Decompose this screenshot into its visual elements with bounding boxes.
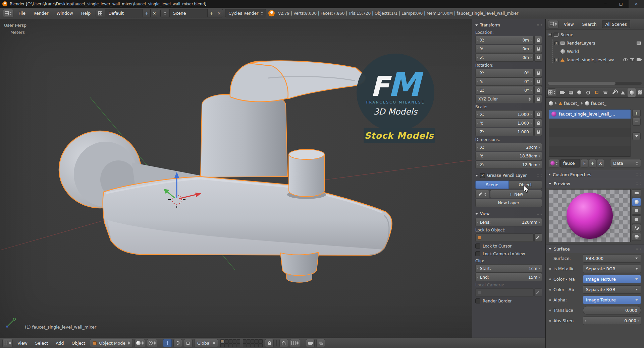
panel-grip-icon[interactable] [636, 248, 641, 251]
preview-cube-button[interactable] [632, 207, 641, 215]
lens-field[interactable]: Lens:120mm [475, 218, 542, 226]
custom-properties-panel-header[interactable]: Custom Properties [546, 170, 644, 179]
scrollbar-thumb[interactable] [548, 82, 615, 85]
color-main-dropdown[interactable]: Image Texture [583, 275, 641, 283]
scene-name[interactable]: Scene [170, 11, 207, 16]
material-slot-row-selected[interactable]: faucet_single_level_wall_... [549, 110, 631, 119]
abs-strength-field[interactable]: 0.000 [583, 317, 641, 325]
remove-material-slot-button[interactable]: − [632, 118, 641, 126]
tab-modifiers[interactable] [610, 88, 618, 97]
lock-location-y-button[interactable] [534, 45, 542, 53]
link-data-dropdown[interactable]: Data [610, 159, 641, 167]
tab-scene[interactable] [575, 88, 583, 97]
outliner-row-object[interactable]: + faucet_single_level_wa [554, 56, 642, 64]
preview-sky-button[interactable] [632, 233, 641, 241]
outliner-row-scene[interactable]: − Scene [548, 30, 642, 39]
render-engine-dropdown[interactable]: Cycles Render [225, 9, 266, 17]
mode-dropdown[interactable]: Object Mode [90, 339, 133, 347]
clip-start-field[interactable]: Start:1cm [475, 264, 542, 273]
lock-location-z-button[interactable] [534, 53, 542, 62]
surface-panel-header[interactable]: Surface [546, 244, 644, 253]
lock-location-x-button[interactable] [534, 36, 542, 44]
rotation-y-field[interactable]: Y:0° [475, 77, 534, 86]
view-panel-header[interactable]: View [475, 210, 542, 218]
selectability-icon[interactable] [630, 58, 634, 61]
preview-flat-button[interactable] [632, 189, 641, 197]
outliner-row-world[interactable]: World [554, 47, 642, 56]
window-menu[interactable]: Window [53, 10, 76, 17]
tab-material[interactable] [628, 88, 636, 97]
renderlayer-toggle-icon[interactable] [637, 42, 641, 45]
fake-user-button[interactable]: F [581, 159, 588, 167]
rotation-mode-dropdown[interactable]: XYZ Euler [475, 95, 534, 103]
tab-object[interactable] [593, 88, 601, 97]
rotation-z-field[interactable]: Z:0° [475, 86, 534, 94]
breadcrumb-mesh[interactable]: faucet_ [559, 101, 579, 106]
close-button[interactable]: × [629, 0, 644, 8]
snap-toggle-button[interactable] [279, 339, 288, 347]
lock-scale-z-button[interactable] [534, 128, 542, 136]
manipulator-scale-toggle[interactable] [184, 339, 193, 347]
outliner-view-menu[interactable]: View [561, 21, 577, 28]
scene-browse-button[interactable] [161, 9, 170, 17]
collapse-expander-icon[interactable]: − [548, 33, 552, 37]
lock-rotation-z-button[interactable] [534, 86, 542, 94]
file-menu[interactable]: File [15, 10, 29, 17]
opengl-render-button[interactable] [306, 339, 315, 347]
grease-new-button[interactable]: +New [490, 190, 542, 198]
opengl-render-animation-button[interactable] [316, 339, 325, 347]
layout-add-button[interactable]: + [143, 9, 150, 17]
lock-to-cursor-row[interactable]: Lock to Cursor [475, 242, 542, 250]
transform-panel-header[interactable]: Transform [475, 21, 542, 29]
alpha-dropdown[interactable]: Image Texture [583, 296, 641, 304]
renderability-camera-icon[interactable] [637, 58, 641, 61]
rotation-x-field[interactable]: X:0° [475, 69, 534, 77]
panel-grip-icon[interactable] [636, 182, 641, 185]
scene-layers-widget[interactable] [220, 339, 263, 347]
outliner-search-menu[interactable]: Search [579, 21, 600, 28]
clip-end-field[interactable]: End:15m [475, 273, 542, 281]
grease-pencil-panel-header[interactable]: Grease Pencil Layer [475, 171, 542, 180]
visibility-eye-icon[interactable] [623, 58, 628, 61]
preview-monkey-button[interactable] [632, 215, 641, 223]
local-camera-eyedropper-button[interactable] [534, 288, 542, 297]
grease-scene-tab[interactable]: Scene [475, 181, 509, 189]
panel-grip-icon[interactable] [636, 173, 641, 176]
lock-to-cursor-checkbox[interactable] [475, 243, 480, 249]
panel-grip-icon[interactable] [537, 24, 542, 27]
render-border-row[interactable]: Render Border [475, 297, 542, 305]
object-menu[interactable]: Object [68, 340, 88, 347]
material-specials-button[interactable] [632, 132, 641, 140]
manipulator-rotate-toggle[interactable] [173, 339, 182, 347]
panel-grip-icon[interactable] [537, 174, 542, 177]
help-menu[interactable]: Help [78, 10, 94, 17]
new-layer-button[interactable]: New Layer [475, 199, 542, 207]
tab-render-layers[interactable] [567, 88, 575, 97]
editor-type-outliner-button[interactable] [548, 20, 558, 28]
lock-scale-y-button[interactable] [534, 119, 542, 127]
layout-browse-button[interactable] [96, 9, 105, 17]
add-material-slot-button[interactable]: + [632, 109, 641, 117]
outliner-row-renderlayers[interactable]: + RenderLayers [554, 39, 642, 47]
tab-constraints[interactable] [601, 88, 609, 97]
lock-to-object-field[interactable] [475, 233, 534, 242]
manipulator-translate-toggle[interactable] [163, 339, 172, 347]
panel-grip-icon[interactable] [537, 212, 542, 215]
lock-camera-checkbox[interactable] [475, 251, 480, 256]
expand-icon[interactable]: + [554, 41, 558, 45]
scale-y-field[interactable]: Y:1.000 [475, 119, 534, 127]
local-camera-field[interactable] [475, 288, 534, 297]
editor-type-3dview-button[interactable] [2, 339, 13, 347]
render-border-checkbox[interactable] [475, 298, 480, 303]
layout-delete-button[interactable]: × [150, 9, 158, 17]
grease-pencil-checkbox[interactable] [480, 173, 485, 178]
outliner-horizontal-scrollbar[interactable] [548, 82, 642, 85]
unlink-material-button[interactable]: X [597, 159, 604, 167]
maximize-button[interactable]: □ [613, 0, 629, 8]
editor-type-properties-button[interactable] [547, 88, 556, 97]
lock-to-scene-button[interactable] [265, 339, 274, 347]
lock-scale-x-button[interactable] [534, 110, 542, 119]
lock-rotation-mode-button[interactable] [534, 95, 542, 103]
faucet-object[interactable] [59, 61, 392, 282]
render-menu[interactable]: Render [31, 10, 52, 17]
